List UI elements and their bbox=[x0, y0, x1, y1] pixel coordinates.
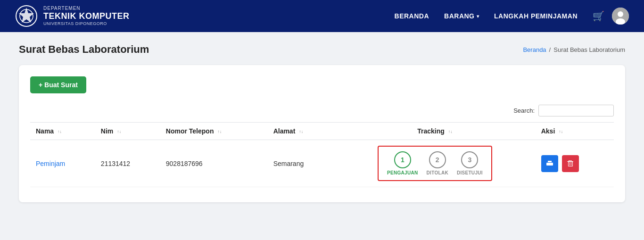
cell-alamat: Semarang bbox=[268, 140, 335, 187]
cell-aksi bbox=[536, 140, 614, 187]
cell-nomor-telepon: 9028187696 bbox=[160, 140, 268, 187]
nav-langkah-peminjaman[interactable]: LANGKAH PEMINJAMAN bbox=[494, 12, 578, 20]
tracking-step-3: 3 DISETUJUI bbox=[457, 151, 483, 175]
col-nim: Nim ↑↓ bbox=[95, 123, 160, 140]
avatar[interactable] bbox=[612, 8, 629, 25]
sort-icon-aksi[interactable]: ↑↓ bbox=[559, 130, 563, 134]
page-title: Surat Bebas Laboratorium bbox=[19, 43, 149, 56]
step-circle-2: 2 bbox=[429, 151, 446, 168]
col-nama: Nama ↑↓ bbox=[30, 123, 95, 140]
tracking-highlight-box: 1 PENGAJUAN 2 DITOLAK bbox=[378, 146, 492, 181]
search-input[interactable] bbox=[538, 105, 614, 116]
step-circle-1: 1 bbox=[394, 151, 411, 168]
navbar: DEPARTEMEN TEKNIK KOMPUTER UNIVERSITAS D… bbox=[0, 0, 644, 32]
data-table: Nama ↑↓ Nim ↑↓ Nomor Telepon ↑↓ Alamat ↑… bbox=[30, 122, 614, 187]
search-label: Search: bbox=[513, 107, 535, 114]
sort-icon-nim[interactable]: ↑↓ bbox=[117, 130, 121, 134]
tracking-step-1: 1 PENGAJUAN bbox=[387, 151, 418, 175]
col-alamat: Alamat ↑↓ bbox=[268, 123, 335, 140]
trash-icon bbox=[567, 160, 574, 167]
cell-nim: 21131412 bbox=[95, 140, 160, 187]
breadcrumb-separator: / bbox=[549, 46, 551, 53]
buat-surat-button[interactable]: + Buat Surat bbox=[30, 76, 86, 93]
sort-icon-alamat[interactable]: ↑↓ bbox=[299, 130, 303, 134]
step-circle-3: 3 bbox=[461, 151, 478, 168]
table-toolbar: Search: bbox=[30, 105, 614, 116]
logo-icon bbox=[15, 5, 38, 27]
breadcrumb: Beranda / Surat Bebas Laboratorium bbox=[523, 46, 625, 53]
breadcrumb-home[interactable]: Beranda bbox=[523, 46, 546, 53]
print-button[interactable] bbox=[541, 155, 558, 172]
navbar-nav: BERANDA BARANG ▾ LANGKAH PEMINJAMAN 🛒 bbox=[395, 8, 629, 25]
nav-barang[interactable]: BARANG ▾ bbox=[444, 12, 479, 20]
svg-point-4 bbox=[618, 11, 623, 17]
cell-tracking: 1 PENGAJUAN 2 DITOLAK bbox=[334, 140, 535, 187]
main-card: + Buat Surat Search: Nama ↑↓ Nim ↑↓ bbox=[19, 65, 625, 202]
nav-beranda[interactable]: BERANDA bbox=[395, 12, 429, 20]
cell-nama: Peminjam bbox=[30, 140, 95, 187]
brand: DEPARTEMEN TEKNIK KOMPUTER UNIVERSITAS D… bbox=[15, 5, 130, 27]
step-label-pengajuan: PENGAJUAN bbox=[387, 170, 418, 175]
step-label-ditolak: DITOLAK bbox=[427, 170, 448, 175]
action-buttons bbox=[541, 155, 608, 172]
print-icon bbox=[546, 160, 553, 167]
col-aksi: Aksi ↑↓ bbox=[536, 123, 614, 140]
table-row: Peminjam 21131412 9028187696 Semarang 1 bbox=[30, 140, 614, 187]
chevron-down-icon: ▾ bbox=[477, 14, 479, 19]
breadcrumb-current: Surat Bebas Laboratorium bbox=[553, 46, 625, 53]
nama-link[interactable]: Peminjam bbox=[36, 160, 65, 167]
col-nomor-telepon: Nomor Telepon ↑↓ bbox=[160, 123, 268, 140]
navbar-title: DEPARTEMEN TEKNIK KOMPUTER UNIVERSITAS D… bbox=[43, 6, 130, 26]
table-header-row: Nama ↑↓ Nim ↑↓ Nomor Telepon ↑↓ Alamat ↑… bbox=[30, 123, 614, 140]
cart-icon[interactable]: 🛒 bbox=[593, 10, 604, 22]
col-tracking: Tracking ↑↓ bbox=[334, 123, 535, 140]
sort-icon-tracking[interactable]: ↑↓ bbox=[448, 130, 453, 134]
nav-icons: 🛒 bbox=[593, 8, 629, 25]
page-header: Surat Bebas Laboratorium Beranda / Surat… bbox=[19, 43, 625, 56]
sort-icon-nama[interactable]: ↑↓ bbox=[58, 130, 62, 134]
tracking-step-2: 2 DITOLAK bbox=[427, 151, 448, 175]
tracking-steps: 1 PENGAJUAN 2 DITOLAK bbox=[387, 151, 483, 175]
step-label-disetujui: DISETUJUI bbox=[457, 170, 483, 175]
page-content: Surat Bebas Laboratorium Beranda / Surat… bbox=[0, 32, 644, 214]
delete-button[interactable] bbox=[562, 155, 579, 172]
sort-icon-nomor-telepon[interactable]: ↑↓ bbox=[217, 130, 222, 134]
